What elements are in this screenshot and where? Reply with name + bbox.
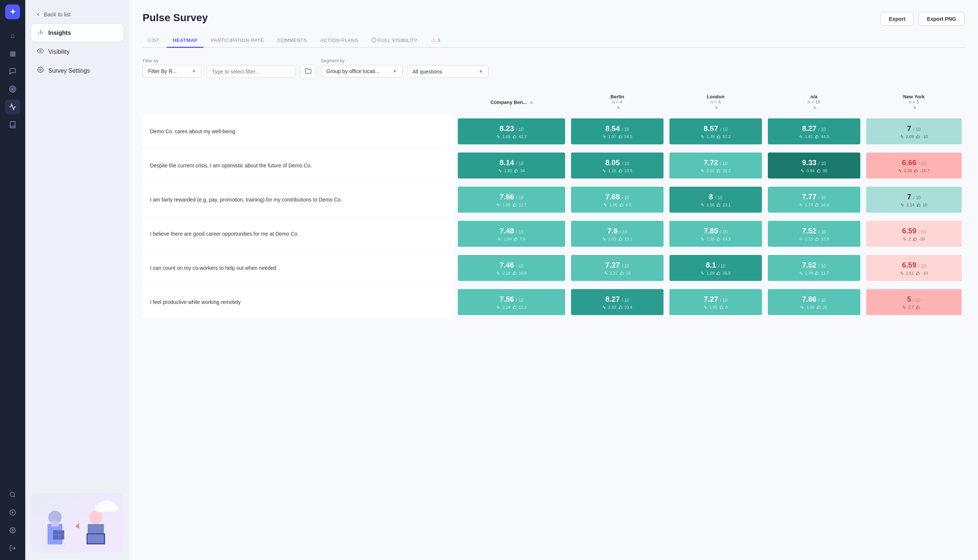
score-cell[interactable]: 8 / 10 1.66 23.1 [666, 183, 765, 217]
score-cell[interactable]: 6.66 / 10 2.56 -16.7 [863, 149, 965, 182]
std-icon [801, 305, 804, 309]
table-row[interactable]: Despite the current crisis, I am optimis… [143, 149, 965, 182]
app-logo[interactable]: ✦ [5, 5, 20, 19]
like-value: 10 [923, 203, 927, 207]
like-value: 12.7 [519, 203, 526, 207]
back-to-list-button[interactable]: Back to list [31, 7, 123, 21]
score-denom: / 10 [621, 127, 629, 132]
col-header-na[interactable]: n/a n = 16 ⇅ [765, 90, 863, 114]
table-row[interactable]: I am fairly rewarded (e.g. pay, promotio… [143, 183, 965, 217]
export-button[interactable]: Export [880, 12, 914, 26]
svg-point-25 [107, 504, 118, 512]
score-cell[interactable]: 8.1 / 10 1.99 36.8 [666, 251, 765, 285]
score-cell[interactable]: 8.14 / 10 1.82 34 [455, 149, 568, 182]
std-icon [496, 135, 500, 138]
std-value: 1.86 [609, 203, 617, 207]
sort-icon: ⇅ [530, 100, 533, 105]
score-cell[interactable]: 7.77 / 10 1.74 16.6 [765, 183, 863, 217]
col-header-newyork[interactable]: New York n = 3 ⇅ [863, 90, 965, 114]
score-value: 7.52 [802, 261, 816, 270]
score-cell[interactable]: 8.54 / 10 1.07 54.5 [568, 115, 666, 148]
nav-search[interactable] [5, 487, 20, 502]
warning-icon: ⚠ [431, 37, 436, 43]
score-cell[interactable]: 7.48 / 10 1.84 7.6 [455, 217, 568, 250]
filter-folder-button[interactable] [300, 64, 316, 79]
table-row[interactable]: Demo Co. cares about my well-being8.23 /… [143, 115, 965, 148]
export-png-button[interactable]: Export PNG [918, 12, 965, 26]
nav-settings[interactable] [5, 523, 20, 538]
tab-comments[interactable]: COMMENTS [271, 34, 313, 48]
nav-home[interactable]: ⌂ [5, 28, 20, 43]
table-row[interactable]: I feel productive while working remotely… [143, 285, 965, 319]
score-denom: / 10 [912, 127, 920, 132]
score-cell[interactable]: 7.27 / 10 1.99 0 [666, 285, 765, 319]
score-cell[interactable]: 7.27 / 10 2.21 16 [568, 251, 666, 285]
segment-by-select[interactable]: Group by office locati... ▼ [321, 65, 402, 78]
like-value: 57.2 [723, 134, 730, 139]
filter-by-select[interactable]: Filter By R... ▼ [143, 65, 202, 78]
col-header-berlin[interactable]: Berlin n = 4 ⇅ [568, 90, 666, 114]
like-icon [916, 305, 920, 309]
std-icon [496, 271, 500, 275]
score-value: 8.27 [605, 295, 620, 303]
score-cell[interactable]: 7.6 / 10 1.63 13.1 [568, 217, 666, 250]
score-cell[interactable]: 7 / 10 2.14 10 [863, 183, 965, 217]
nav-calendar[interactable]: ▦ [5, 46, 20, 61]
std-icon [900, 203, 904, 207]
col-header-company[interactable]: Company Ben... ⇅ [455, 90, 568, 114]
table-row[interactable]: I can count on my co-workers to help out… [143, 251, 965, 285]
question-cell: Demo Co. cares about my well-being [143, 115, 455, 148]
std-value: 2.18 [502, 271, 510, 275]
score-cell[interactable]: 8.05 / 10 1.16 23.5 [568, 149, 666, 182]
score-cell[interactable]: 8.27 / 10 1.81 44.5 [765, 115, 863, 148]
visibility-label: Visibility [48, 48, 70, 55]
score-cell[interactable]: 8.27 / 10 2.02 33.4 [568, 285, 666, 319]
score-cell[interactable]: 7.85 / 10 1.35 14.3 [666, 217, 765, 250]
nav-chat[interactable] [5, 64, 20, 79]
nav-logout[interactable] [5, 541, 20, 555]
score-cell[interactable]: 6.59 / 10 2.61 -10 [863, 251, 965, 285]
like-icon [717, 203, 720, 207]
tab-warning[interactable]: ⚠ 3 [425, 33, 446, 48]
score-cell[interactable]: 9.33 / 10 0.94 80 [765, 149, 863, 182]
like-icon [817, 305, 821, 309]
sidebar-item-survey-settings[interactable]: Survey Settings [31, 62, 123, 79]
filter-type-input[interactable] [207, 65, 295, 78]
tab-action-plans[interactable]: ACTION PLANS [314, 34, 364, 48]
tab-heatmap[interactable]: HEATMAP [167, 34, 204, 48]
all-questions-select[interactable]: All questions ▼ [407, 65, 489, 78]
std-value: 1.84 [504, 237, 511, 241]
score-cell[interactable]: 6.59 / 10 2 -30 [863, 217, 965, 250]
nav-add[interactable] [5, 505, 20, 520]
nav-target[interactable] [5, 82, 20, 97]
tab-list[interactable]: LIST [143, 34, 165, 48]
std-icon [602, 169, 606, 173]
score-cell[interactable]: 7.66 / 10 1.86 12.7 [455, 183, 568, 217]
std-value: 1.74 [805, 203, 813, 207]
score-cell[interactable]: 5 / 10 2.7 ... [863, 285, 965, 319]
score-cell[interactable]: 8.57 / 10 1.39 57.2 [666, 115, 765, 148]
score-cell[interactable]: 7.72 / 10 2.02 22.2 [666, 149, 765, 182]
tab-full-visibility[interactable]: FULL VISIBILITY [365, 34, 424, 48]
std-icon [603, 203, 607, 207]
svg-point-14 [40, 69, 42, 71]
like-value: 4.5 [626, 203, 631, 207]
nav-pulse[interactable] [5, 100, 20, 114]
col-header-london[interactable]: London n = 4 ⇅ [666, 90, 765, 114]
score-denom: / 10 [912, 298, 920, 303]
like-icon [815, 237, 819, 241]
score-cell[interactable]: 7 / 10 2.09 -10 [863, 115, 965, 148]
table-row[interactable]: I believe there are good career opportun… [143, 217, 965, 250]
sidebar-item-insights[interactable]: Insights [31, 24, 123, 42]
sidebar-item-visibility[interactable]: Visibility [31, 43, 123, 60]
score-cell[interactable]: 7.52 / 10 2.13 15.8 [765, 217, 863, 250]
score-cell[interactable]: 7.46 / 10 2.18 16.9 [455, 251, 568, 285]
score-cell[interactable]: 7.56 / 10 2.24 12.3 [455, 285, 568, 319]
score-cell[interactable]: 7.68 / 10 1.86 4.5 [568, 183, 666, 217]
score-denom: / 10 [817, 195, 826, 200]
score-cell[interactable]: 7.52 / 10 1.78 11.7 [765, 251, 863, 285]
score-cell[interactable]: 8.23 / 10 1.65 42.2 [455, 115, 568, 148]
nav-book[interactable] [5, 117, 20, 132]
score-cell[interactable]: 7.86 / 10 1.96 20 [765, 285, 863, 319]
tab-participation-rate[interactable]: PARTICIPATION RATE [205, 34, 270, 48]
